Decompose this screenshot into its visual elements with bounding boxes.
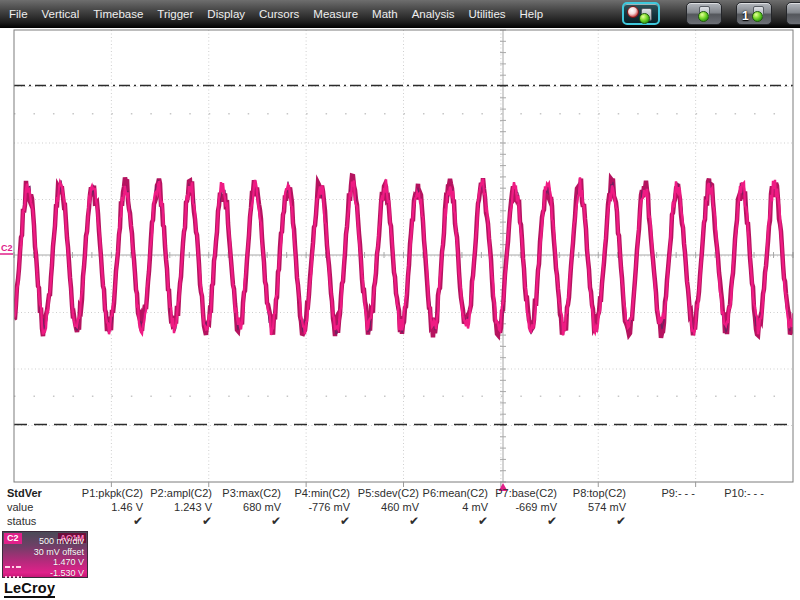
menu-item-file[interactable]: File <box>2 0 35 28</box>
measure-label[interactable]: P2:ampl(C2) <box>143 486 212 500</box>
channel-upper-level: 1.470 V <box>34 557 84 568</box>
menu-item-vertical[interactable]: Vertical <box>35 0 87 28</box>
measure-value: 4 mV <box>419 500 488 514</box>
measure-value: 574 mV <box>557 500 626 514</box>
menu-item-help[interactable]: Help <box>513 0 551 28</box>
measure-column-p1[interactable]: P1:pkpk(C2)1.46 V✔ <box>74 486 143 528</box>
measure-label[interactable]: P9:- - - <box>626 486 695 500</box>
measure-status-check: ✔ <box>350 514 419 528</box>
measure-label[interactable]: P7:base(C2) <box>488 486 557 500</box>
measure-status-check: ✔ <box>143 514 212 528</box>
measure-label[interactable]: P10:- - - <box>695 486 764 500</box>
measure-column-p9[interactable]: P9:- - - <box>626 486 695 528</box>
display-tool-button[interactable] <box>686 2 722 25</box>
partial-tool-button[interactable] <box>786 2 800 25</box>
menu-bar: FileVerticalTimebaseTriggerDisplayCursor… <box>0 0 800 28</box>
measure-status-check: ✔ <box>419 514 488 528</box>
measure-columns: P1:pkpk(C2)1.46 V✔P2:ampl(C2)1.243 V✔P3:… <box>74 486 764 528</box>
measure-label[interactable]: P1:pkpk(C2) <box>74 486 143 500</box>
measure-column-p4[interactable]: P4:min(C2)-776 mV✔ <box>281 486 350 528</box>
measure-column-p7[interactable]: P7:base(C2)-669 mV✔ <box>488 486 557 528</box>
clock-tool-button[interactable] <box>622 2 660 25</box>
channel-offset: 30 mV offset <box>34 547 84 558</box>
channel-badge: C2 <box>4 533 22 544</box>
channel-c2-descriptor[interactable]: C2 AC1M 500 mV/div 30 mV offset 1.470 V … <box>2 531 88 578</box>
measure-mode-label: StdVer <box>7 486 42 500</box>
green-orb-icon <box>752 11 763 22</box>
menu-item-timebase[interactable]: Timebase <box>86 0 150 28</box>
measure-value: -776 mV <box>281 500 350 514</box>
measure-value: 460 mV <box>350 500 419 514</box>
measure-label[interactable]: P8:top(C2) <box>557 486 626 500</box>
measure-row-headers: StdVer value status <box>7 486 42 528</box>
measurement-panel: StdVer value status P1:pkpk(C2)1.46 V✔P2… <box>0 484 800 530</box>
menu-item-measure[interactable]: Measure <box>306 0 365 28</box>
channel-lower-level: -1.530 V <box>34 568 84 579</box>
waveform-display: C2 <box>0 28 800 494</box>
measure-column-p8[interactable]: P8:top(C2)574 mV✔ <box>557 486 626 528</box>
measure-status-check: ✔ <box>212 514 281 528</box>
measure-column-p3[interactable]: P3:max(C2)680 mV✔ <box>212 486 281 528</box>
menu-item-trigger[interactable]: Trigger <box>150 0 200 28</box>
measure-status-check: ✔ <box>488 514 557 528</box>
alarm-clock-icon <box>627 6 639 18</box>
menu-item-math[interactable]: Math <box>365 0 405 28</box>
measure-status-check: ✔ <box>74 514 143 528</box>
menu-item-analysis[interactable]: Analysis <box>405 0 462 28</box>
measure-status-row-label: status <box>7 514 42 528</box>
button-number-label: 1 <box>742 9 749 23</box>
menu-item-utilities[interactable]: Utilities <box>461 0 512 28</box>
channel-settings: 500 mV/div 30 mV offset 1.470 V -1.530 V <box>34 536 84 578</box>
channel-scale: 500 mV/div <box>34 536 84 547</box>
measure-column-p10[interactable]: P10:- - - <box>695 486 764 528</box>
dash-dot-level-icon <box>5 566 22 568</box>
lecroy-logo: LeCroy <box>4 580 55 598</box>
measure-label[interactable]: P3:max(C2) <box>212 486 281 500</box>
green-orb-icon <box>639 13 650 24</box>
measure-label[interactable]: P6:mean(C2) <box>419 486 488 500</box>
measure-value: 680 mV <box>212 500 281 514</box>
measure-status-check: ✔ <box>557 514 626 528</box>
measure-column-p2[interactable]: P2:ampl(C2)1.243 V✔ <box>143 486 212 528</box>
measure-label[interactable]: P4:min(C2) <box>281 486 350 500</box>
measure-value-row-label: value <box>7 500 42 514</box>
measure-status-check: ✔ <box>281 514 350 528</box>
measure-column-p6[interactable]: P6:mean(C2)4 mV✔ <box>419 486 488 528</box>
channel-c2-level-marker[interactable]: C2 <box>1 243 13 253</box>
green-orb-icon <box>698 11 709 22</box>
menu-item-cursors[interactable]: Cursors <box>252 0 306 28</box>
measure-label[interactable]: P5:sdev(C2) <box>350 486 419 500</box>
menu-item-display[interactable]: Display <box>200 0 252 28</box>
measure-column-p5[interactable]: P5:sdev(C2)460 mV✔ <box>350 486 419 528</box>
measure-value: 1.243 V <box>143 500 212 514</box>
measure-value: 1.46 V <box>74 500 143 514</box>
dotted-level-icon <box>5 576 22 578</box>
measure-value: -669 mV <box>488 500 557 514</box>
display-1-tool-button[interactable]: 1 <box>736 2 772 25</box>
